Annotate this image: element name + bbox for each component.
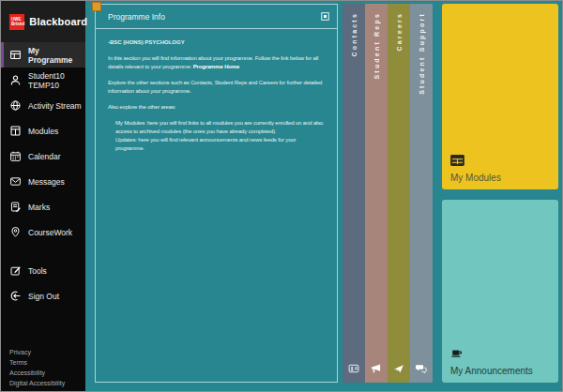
sidebar-item-label: Tools	[28, 266, 47, 276]
blackboard-programme-page: { "sidebar": { "logo_line1": "UWE", "log…	[0, 0, 563, 392]
tab-label: Student Support	[418, 12, 425, 95]
activity-stream-icon	[9, 99, 22, 112]
my-modules-description: My Modules: here you will find links to …	[115, 119, 325, 136]
uwe-bristol-logo: UWEBristol	[9, 14, 24, 30]
programme-info-header: Programme Info	[96, 5, 337, 29]
tab-label: Careers	[396, 12, 403, 51]
sidebar-item-messages[interactable]: Messages	[1, 169, 85, 194]
chat-bubbles-icon	[416, 363, 427, 374]
programme-home-link[interactable]: Programme Home	[193, 64, 240, 69]
sidebar-item-modules[interactable]: Modules	[1, 118, 85, 143]
sidebar-item-coursework[interactable]: CourseWork	[1, 219, 85, 245]
tab-student-reps[interactable]: Student Reps	[365, 4, 388, 383]
my-modules-panel-content: My Modules	[450, 153, 501, 183]
sidebar-item-my-programme[interactable]: My Programme	[1, 42, 85, 68]
contact-card-icon	[348, 363, 359, 374]
programme-info-panel: Programme Info -BSC (HONS) PSYCHOLOGY In…	[95, 4, 338, 383]
explore-paragraph: Explore the other sections such as Conta…	[108, 79, 325, 96]
orange-edit-tag	[92, 2, 101, 11]
intro-paragraph: In this section you will find informatio…	[108, 54, 325, 71]
programme-icon	[9, 49, 22, 61]
sidebar-item-label: My Programme	[28, 46, 85, 65]
blackboard-brand: Blackboard	[29, 16, 87, 27]
sidebar-item-tools[interactable]: Tools	[1, 258, 85, 283]
messages-icon	[9, 175, 22, 188]
tools-icon	[9, 264, 22, 277]
tab-student-support[interactable]: Student Support	[410, 4, 433, 383]
sidebar-item-label: Sign Out	[28, 292, 59, 301]
sidebar-item-activity-stream[interactable]: Activity Stream	[1, 93, 85, 118]
my-announcements-label: My Announcements	[450, 366, 533, 376]
sidebar-footer: Privacy Terms Accessibility Digital Acce…	[9, 347, 65, 388]
modules-icon	[9, 125, 22, 137]
sidebar-item-label: Student10 TEMP10	[28, 71, 85, 90]
terms-link[interactable]: Terms	[9, 357, 65, 368]
sidebar-item-sign-out[interactable]: Sign Out	[1, 283, 85, 309]
my-modules-label: My Modules	[450, 173, 501, 183]
calendar-icon	[9, 150, 22, 162]
tab-label: Contacts	[351, 12, 358, 57]
sidebar-item-calendar[interactable]: Calendar	[1, 143, 85, 169]
tab-careers[interactable]: Careers	[388, 4, 410, 383]
tab-label: Student Reps	[373, 12, 380, 80]
my-modules-panel[interactable]: My Modules	[442, 4, 558, 189]
course-title: -BSC (HONS) PSYCHOLOGY	[108, 38, 325, 47]
sidebar-item-label: Modules	[28, 127, 58, 136]
user-icon	[9, 74, 22, 86]
modules-grid-icon	[450, 155, 464, 166]
sidebar-item-label: Messages	[28, 177, 65, 187]
sidebar-item-label: Calendar	[28, 152, 61, 161]
marks-icon	[9, 201, 22, 213]
accessibility-link[interactable]: Accessibility	[9, 368, 65, 378]
my-announcements-panel[interactable]: My Announcements	[442, 200, 558, 383]
active-indicator	[1, 42, 4, 68]
megaphone-icon	[371, 363, 382, 374]
sidebar-item-label: Activity Stream	[28, 101, 82, 111]
sidebar-item-label: CourseWork	[28, 228, 72, 237]
sidebar-item-marks[interactable]: Marks	[1, 194, 85, 219]
open-window-icon[interactable]	[321, 12, 329, 21]
coursework-icon	[9, 226, 22, 238]
sign-out-icon	[9, 290, 22, 302]
programme-info-content: -BSC (HONS) PSYCHOLOGY In this section y…	[96, 29, 337, 162]
tab-contacts[interactable]: Contacts	[342, 4, 365, 383]
logo-block[interactable]: UWEBristol Blackboard	[1, 1, 85, 42]
section-tab-strip: Contacts Student Reps Careers Student Su…	[342, 4, 433, 383]
my-announcements-panel-content: My Announcements	[450, 346, 533, 376]
paper-plane-icon	[393, 363, 404, 374]
sidebar-divider-gap	[1, 245, 85, 258]
sidebar-item-student[interactable]: Student10 TEMP10	[1, 68, 85, 93]
updates-description: Updates: here you will find relevant ann…	[115, 136, 325, 153]
panel-title: Programme Info	[108, 12, 321, 22]
privacy-link[interactable]: Privacy	[9, 347, 65, 357]
sidebar: UWEBristol Blackboard My Programme Stude…	[1, 1, 85, 391]
other-areas-paragraph: Also explore the other areas:	[108, 103, 325, 112]
digital-accessibility-link[interactable]: Digital Accessibility	[9, 378, 65, 388]
sidebar-item-label: Marks	[28, 203, 50, 212]
announcements-cup-icon	[450, 347, 464, 359]
